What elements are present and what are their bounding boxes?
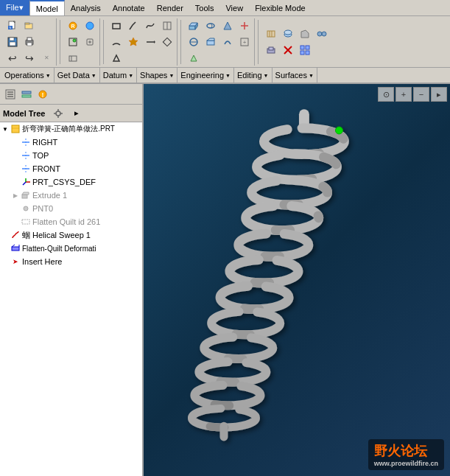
panel-icon-tree[interactable] <box>3 87 18 102</box>
tb-s2-4[interactable] <box>82 35 98 49</box>
tb-s5-6[interactable] <box>280 43 296 57</box>
root-expand-icon: ▼ <box>1 124 9 134</box>
svg-rect-8 <box>10 42 15 46</box>
tb-s4-7[interactable] <box>219 35 236 49</box>
action-bar: Operations ▼ Get Data ▼ Datum ▼ Shapes ▼… <box>0 68 450 84</box>
tb-sketch7[interactable] <box>142 35 158 49</box>
action-operations[interactable]: Operations ▼ <box>1 68 55 83</box>
tree-item-flatten-quilt[interactable]: ▶ Flatten Quilt id 261 <box>0 215 142 228</box>
svg-rect-43 <box>267 31 275 37</box>
tb-s5-5[interactable] <box>263 43 279 57</box>
action-getdata[interactable]: Get Data ▼ <box>55 68 100 83</box>
tb-spline[interactable] <box>142 18 158 33</box>
svg-point-66 <box>56 111 60 116</box>
menu-flexible[interactable]: Flexible Mode <box>249 0 311 15</box>
tree-item-pnt0[interactable]: ▶ PNT0 <box>0 202 142 215</box>
pnt0-label: PNT0 <box>32 204 53 213</box>
svg-point-48 <box>317 32 322 36</box>
tb-sketch8[interactable] <box>159 35 175 49</box>
viewport-more[interactable]: ▸ <box>431 87 447 102</box>
main-content: ! Model Tree ▸ ▼ 折弯弹簧-正确简单做法.PRT ▶ <box>0 84 450 476</box>
tb-s5-3[interactable] <box>297 27 313 41</box>
svg-rect-11 <box>27 43 32 46</box>
tree-item-root[interactable]: ▼ 折弯弹簧-正确简单做法.PRT <box>0 122 142 136</box>
toolbar-area: N ↩ ↪ ✕ R <box>0 16 450 68</box>
editing-arrow: ▼ <box>264 73 269 78</box>
svg-rect-71 <box>12 125 19 133</box>
tb-extrude[interactable] <box>186 18 202 33</box>
model-tree-settings[interactable] <box>51 106 66 121</box>
menu-annotate[interactable]: Annotate <box>107 0 151 15</box>
menu-tools[interactable]: Tools <box>189 0 220 15</box>
panel-icon-props[interactable]: ! <box>35 87 50 102</box>
tb-star[interactable] <box>125 35 141 49</box>
tb-open[interactable] <box>21 18 38 33</box>
tb-s4-9[interactable] <box>186 51 202 66</box>
viewport-zoom-fit[interactable]: ⊙ <box>378 87 394 102</box>
panel-toolbar: ! <box>0 84 142 105</box>
svg-point-85 <box>24 206 28 211</box>
action-editing[interactable]: Editing ▼ <box>234 68 273 83</box>
action-shapes[interactable]: Shapes ▼ <box>137 68 177 83</box>
menu-model[interactable]: Model <box>29 0 65 15</box>
tb-save[interactable] <box>4 35 21 49</box>
tb-sketch4[interactable] <box>159 18 175 33</box>
tb-s5-4[interactable] <box>314 27 330 41</box>
menu-view[interactable]: View <box>219 0 249 15</box>
tree-item-csys[interactable]: ▶ PRT_CSYS_DEF <box>0 175 142 189</box>
tb-s4-4[interactable] <box>236 18 253 33</box>
tb-line[interactable] <box>125 18 141 33</box>
toolbar-section-5 <box>261 18 331 66</box>
panel-icon-layers[interactable] <box>19 87 34 102</box>
tb-s2-1[interactable]: R <box>65 18 81 33</box>
tree-item-helical[interactable]: ▶ 蝈 Helical Sweep 1 <box>0 228 142 242</box>
svg-rect-7 <box>10 38 14 41</box>
model-tree-title: Model Tree <box>3 109 45 118</box>
tb-revolve[interactable] <box>203 18 219 33</box>
insert-icon: ➤ <box>10 256 21 267</box>
viewport-zoom-in[interactable]: + <box>395 87 412 102</box>
tb-print[interactable] <box>21 35 38 49</box>
tb-arc[interactable] <box>108 35 124 49</box>
tree-item-front[interactable]: ▶ FRONT <box>0 162 142 175</box>
menu-bar: File▾ Model Analysis Annotate Render Too… <box>0 0 450 16</box>
tb-s5-1[interactable] <box>263 27 279 41</box>
svg-rect-86 <box>22 220 29 224</box>
watermark-zh-text: 野火论坛 <box>374 442 438 460</box>
tb-s5-2[interactable] <box>280 27 296 41</box>
tb-extra1[interactable]: ✕ <box>38 51 55 66</box>
sep3 <box>180 20 181 64</box>
tb-s4-6[interactable] <box>203 35 219 49</box>
tb-s2-3[interactable] <box>65 35 81 49</box>
tb-s5-7[interactable] <box>297 43 313 57</box>
tb-s4-8[interactable]: + <box>236 35 253 49</box>
tree-item-insert[interactable]: ▶ ➤ Insert Here <box>0 255 142 268</box>
tree-items: ▼ 折弯弹簧-正确简单做法.PRT ▶ RIGHT ▶ T <box>0 122 142 476</box>
tree-item-extrude[interactable]: ▶ Extrude 1 <box>0 189 142 202</box>
action-engineering[interactable]: Engineering ▼ <box>177 68 234 83</box>
extrude-icon <box>21 190 31 200</box>
tb-new[interactable]: N <box>4 18 21 33</box>
svg-rect-55 <box>306 46 309 49</box>
action-surfaces[interactable]: Surfaces ▼ <box>273 68 317 83</box>
tb-rect[interactable] <box>108 18 124 33</box>
tb-s4-3[interactable] <box>219 18 236 33</box>
tb-redo[interactable]: ↪ <box>21 51 38 66</box>
svg-line-81 <box>23 182 26 185</box>
menu-analysis[interactable]: Analysis <box>65 0 107 15</box>
action-datum[interactable]: Datum ▼ <box>100 68 137 83</box>
tree-item-flatten-deform[interactable]: ▶ Flatten-Quilt Deformati <box>0 242 142 255</box>
viewport-zoom-out[interactable]: − <box>413 87 429 102</box>
viewport[interactable]: ⊙ + − ▸ <box>144 84 450 476</box>
tb-s2-2[interactable] <box>82 18 98 33</box>
tree-item-right[interactable]: ▶ RIGHT <box>0 136 142 149</box>
tree-item-top[interactable]: ▶ TOP <box>0 149 142 162</box>
tb-s4-5[interactable] <box>186 35 202 49</box>
model-tree-expand[interactable]: ▸ <box>68 106 83 121</box>
menu-file[interactable]: File▾ <box>0 0 29 15</box>
insert-label: Insert Here <box>22 257 62 266</box>
tb-s2-5[interactable] <box>65 51 81 66</box>
tb-undo[interactable]: ↩ <box>4 51 21 66</box>
menu-render[interactable]: Render <box>151 0 189 15</box>
tb-sketch9[interactable] <box>108 51 124 66</box>
